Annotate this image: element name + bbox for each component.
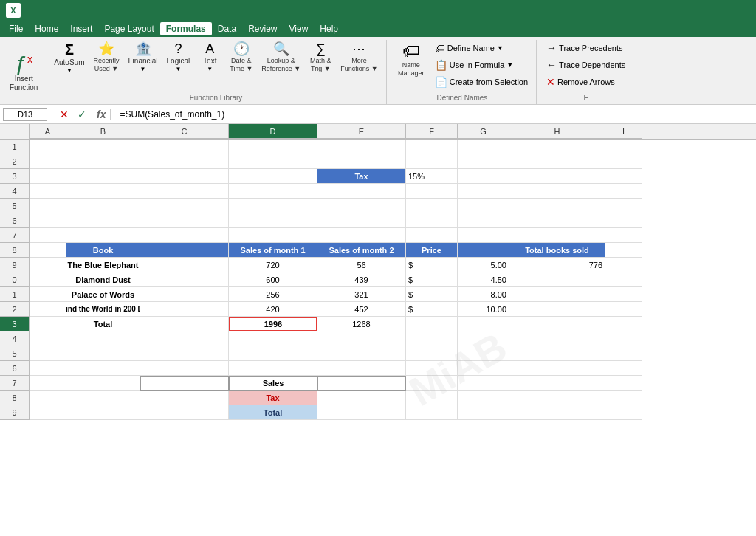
cell-c16[interactable] — [140, 361, 229, 376]
cell-f16[interactable] — [406, 361, 458, 376]
cell-d19[interactable]: Total — [229, 405, 317, 420]
cell-b12[interactable]: Around the World in 200 Days — [66, 302, 140, 317]
formula-confirm-icon[interactable]: ✓ — [75, 109, 89, 120]
cell-b5[interactable] — [66, 199, 140, 213]
row-header-18[interactable]: 8 — [0, 391, 30, 405]
cell-f19[interactable] — [406, 405, 458, 420]
cell-i19[interactable] — [605, 405, 642, 420]
cell-b19[interactable] — [66, 405, 140, 420]
cell-c4[interactable] — [140, 184, 229, 199]
cell-g6[interactable] — [458, 213, 509, 228]
math-trig-button[interactable]: ∑ Math &Trig ▼ — [306, 40, 335, 75]
cell-d13[interactable]: 1996 — [229, 317, 317, 331]
cell-i11[interactable] — [605, 287, 642, 302]
cell-c13[interactable] — [140, 317, 229, 331]
cell-g4[interactable] — [458, 184, 509, 199]
recently-used-button[interactable]: ⭐ RecentlyUsed ▼ — [90, 40, 123, 75]
cell-e9[interactable]: 56 — [317, 258, 406, 272]
col-header-f[interactable]: F — [406, 124, 458, 139]
cell-g1[interactable] — [458, 140, 509, 154]
cell-a8[interactable] — [30, 243, 66, 258]
cell-d1[interactable] — [229, 140, 317, 154]
cell-b18[interactable] — [66, 391, 140, 405]
cell-h7[interactable] — [509, 228, 605, 243]
menu-insert[interactable]: Insert — [64, 22, 98, 35]
row-header-8[interactable]: 8 — [0, 243, 30, 258]
cell-i13[interactable] — [605, 317, 642, 331]
cell-a9[interactable] — [30, 258, 66, 272]
cell-g12[interactable]: 10.00 — [458, 302, 509, 317]
cell-i4[interactable] — [605, 184, 642, 199]
cell-a12[interactable] — [30, 302, 66, 317]
row-header-17[interactable]: 7 — [0, 376, 30, 391]
menu-page-layout[interactable]: Page Layout — [98, 22, 159, 35]
more-functions-button[interactable]: ⋯ MoreFunctions ▼ — [337, 40, 381, 75]
cell-h18[interactable] — [509, 391, 605, 405]
cell-c15[interactable] — [140, 346, 229, 361]
row-header-7[interactable]: 7 — [0, 228, 30, 243]
cell-c8[interactable] — [140, 243, 229, 258]
cell-d3[interactable] — [229, 169, 317, 184]
cell-c5[interactable] — [140, 199, 229, 213]
cell-d8[interactable]: Sales of month 1 — [229, 243, 317, 258]
cell-b2[interactable] — [66, 154, 140, 169]
cell-c10[interactable] — [140, 272, 229, 287]
cell-a5[interactable] — [30, 199, 66, 213]
cell-g15[interactable] — [458, 346, 509, 361]
cell-f4[interactable] — [406, 184, 458, 199]
cell-b17[interactable] — [66, 376, 140, 391]
cell-e18[interactable] — [317, 391, 406, 405]
menu-data[interactable]: Data — [212, 22, 242, 35]
cell-g10[interactable]: 4.50 — [458, 272, 509, 287]
row-header-15[interactable]: 5 — [0, 346, 30, 361]
cell-i8[interactable] — [605, 243, 642, 258]
cell-g17[interactable] — [458, 376, 509, 391]
cell-h9[interactable]: 776 — [509, 258, 605, 272]
cell-f2[interactable] — [406, 154, 458, 169]
cell-h5[interactable] — [509, 199, 605, 213]
col-header-g[interactable]: G — [458, 124, 509, 139]
cell-h3[interactable] — [509, 169, 605, 184]
cell-c17[interactable] — [140, 376, 229, 391]
cell-a11[interactable] — [30, 287, 66, 302]
remove-arrows-button[interactable]: ✕ Remove Arrows — [543, 74, 629, 90]
cell-h10[interactable] — [509, 272, 605, 287]
cell-f17[interactable] — [406, 376, 458, 391]
cell-b10[interactable]: Diamond Dust — [66, 272, 140, 287]
row-header-9[interactable]: 9 — [0, 258, 30, 272]
cell-d6[interactable] — [229, 213, 317, 228]
menu-formulas[interactable]: Formulas — [160, 22, 212, 35]
cell-b3[interactable] — [66, 169, 140, 184]
cell-e10[interactable]: 439 — [317, 272, 406, 287]
cell-reference-box[interactable] — [3, 108, 47, 121]
cell-a14[interactable] — [30, 331, 66, 346]
date-time-button[interactable]: 🕐 Date &Time ▼ — [226, 40, 256, 75]
cell-i6[interactable] — [605, 213, 642, 228]
cell-e13[interactable]: 1268 — [317, 317, 406, 331]
cell-f15[interactable] — [406, 346, 458, 361]
cell-i3[interactable] — [605, 169, 642, 184]
cell-f14[interactable] — [406, 331, 458, 346]
col-header-d[interactable]: D — [229, 124, 317, 139]
cell-e12[interactable]: 452 — [317, 302, 406, 317]
cell-i18[interactable] — [605, 391, 642, 405]
create-from-selection-button[interactable]: 📄 Create from Selection — [431, 74, 532, 90]
col-header-b[interactable]: B — [66, 124, 140, 139]
cell-d17[interactable]: Sales — [229, 376, 317, 391]
cell-a18[interactable] — [30, 391, 66, 405]
row-header-1[interactable]: 1 — [0, 140, 30, 154]
cell-a16[interactable] — [30, 361, 66, 376]
cell-a19[interactable] — [30, 405, 66, 420]
cell-h17[interactable] — [509, 376, 605, 391]
cell-c19[interactable] — [140, 405, 229, 420]
cell-c3[interactable] — [140, 169, 229, 184]
row-header-2[interactable]: 2 — [0, 154, 30, 169]
cell-c2[interactable] — [140, 154, 229, 169]
cell-h13[interactable] — [509, 317, 605, 331]
cell-h14[interactable] — [509, 331, 605, 346]
cell-d16[interactable] — [229, 361, 317, 376]
cell-g7[interactable] — [458, 228, 509, 243]
logical-button[interactable]: ? Logical ▼ — [163, 40, 194, 75]
cell-b16[interactable] — [66, 361, 140, 376]
cell-d15[interactable] — [229, 346, 317, 361]
